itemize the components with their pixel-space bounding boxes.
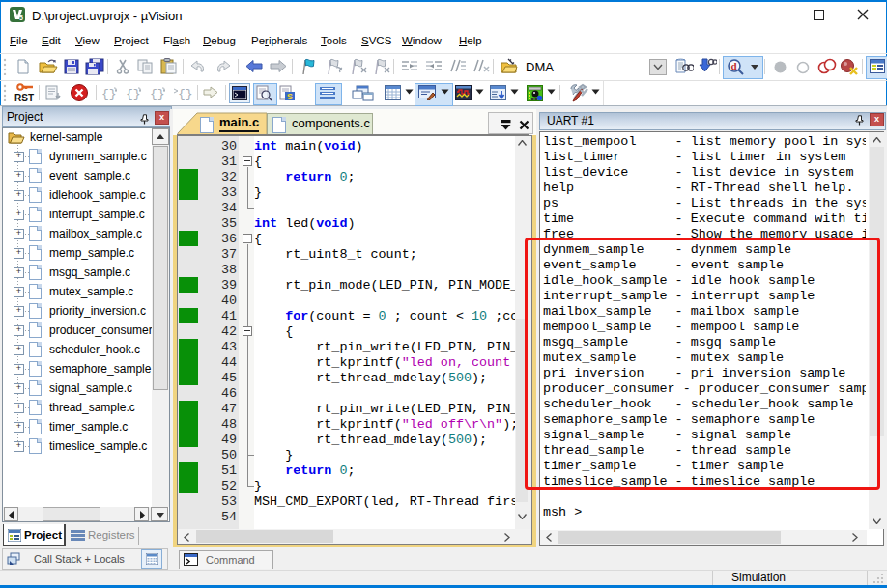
svg-text:5: 5 — [19, 14, 23, 21]
svg-text:S: S — [287, 92, 293, 101]
svg-text:d: d — [731, 60, 737, 71]
svg-text:{}: {} — [126, 87, 141, 100]
svg-text:RST: RST — [14, 93, 34, 103]
svg-text:{}: {} — [178, 87, 192, 100]
svg-text:{}: {} — [150, 87, 165, 100]
svg-text:{}: {} — [101, 87, 117, 100]
